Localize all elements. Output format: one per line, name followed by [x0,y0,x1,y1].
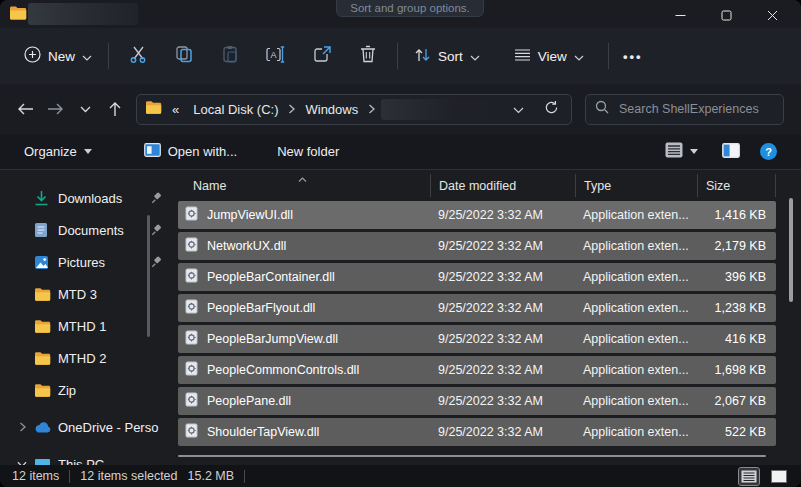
share-button[interactable] [299,39,345,73]
status-divider [244,470,245,483]
file-row[interactable]: NetworkUX.dll 9/25/2022 3:32 AM Applicat… [178,232,776,260]
search-box[interactable] [585,94,784,125]
title-bar: Sort and group options. [0,0,801,28]
dll-file-icon [185,392,198,410]
redacted-window-title [28,3,138,25]
view-button[interactable]: View [504,41,594,72]
address-dropdown-chevron[interactable] [513,100,524,118]
breadcrumb-local-disk[interactable]: Local Disk (C:) [189,100,282,119]
sidebar-item-mthd1[interactable]: MTHD 1 [0,310,170,342]
file-row[interactable]: PeopleCommonControls.dll 9/25/2022 3:32 … [178,356,776,384]
chevron-right-icon[interactable] [368,100,375,118]
sidebar-item-onedrive[interactable]: OneDrive - Perso [0,411,170,443]
breadcrumb-collapsed-marker[interactable]: « [168,100,183,119]
ellipsis-icon: ••• [623,49,643,64]
column-header-type[interactable]: Type [575,174,697,197]
new-folder-button[interactable]: New folder [271,140,345,163]
preview-pane-button[interactable] [716,139,746,165]
open-with-button[interactable]: Open with... [138,139,243,164]
file-size: 1,238 KB [697,301,776,315]
cut-button[interactable] [115,39,161,73]
file-size: 1,698 KB [697,363,776,377]
refresh-icon[interactable] [544,100,559,119]
documents-icon [34,222,58,238]
file-row[interactable]: PeopleBarFlyout.dll 9/25/2022 3:32 AM Ap… [178,294,776,322]
selection-count: 12 items selected [80,469,177,483]
chevron-right-icon[interactable] [288,100,295,118]
horizontal-scrollbar[interactable] [178,455,766,457]
help-button[interactable]: ? [754,139,783,164]
dll-file-icon [185,361,198,379]
clipboard-icon [222,45,238,67]
file-row[interactable]: ShoulderTapView.dll 9/25/2022 3:32 AM Ap… [178,418,776,446]
file-date: 9/25/2022 3:32 AM [430,301,575,315]
thumbnail-view-toggle[interactable] [769,468,789,485]
open-with-label: Open with... [168,144,237,159]
file-size: 396 KB [697,270,776,284]
sidebar-item-pictures[interactable]: Pictures [0,246,170,278]
column-header-date-modified[interactable]: Date modified [430,174,575,197]
minimize-button[interactable] [660,4,700,26]
file-date: 9/25/2022 3:32 AM [430,208,575,222]
copy-button[interactable] [161,39,207,73]
breadcrumb-windows[interactable]: Windows [301,100,362,119]
search-input[interactable] [617,101,771,117]
paste-button[interactable] [207,39,253,73]
folder-icon [145,100,162,119]
dll-file-icon [185,299,198,317]
column-headers: Name Date modified Type Size [178,174,776,197]
file-type: Application exten... [575,332,697,346]
dropdown-triangle-icon [690,149,698,154]
search-icon [595,100,609,118]
status-bar: 12 items 12 items selected 15.2 MB [0,465,801,487]
file-name: JumpViewUI.dll [207,208,293,222]
file-row[interactable]: PeopleBarContainer.dll 9/25/2022 3:32 AM… [178,263,776,291]
file-date: 9/25/2022 3:32 AM [430,270,575,284]
dll-file-icon [185,237,198,255]
details-list-icon [665,142,683,161]
file-list-pane: Name Date modified Type Size JumpView [170,170,801,465]
sidebar-scrollbar[interactable] [147,215,150,337]
toolbar-divider [397,43,398,69]
file-row[interactable]: PeopleBarJumpView.dll 9/25/2022 3:32 AM … [178,325,776,353]
column-header-name[interactable]: Name [178,174,430,197]
forward-button[interactable] [40,94,70,124]
organize-label: Organize [24,144,77,159]
main-content: Downloads Documents [0,170,801,465]
pin-icon [144,192,170,204]
file-name: PeopleBarJumpView.dll [207,332,338,346]
sidebar-item-mthd2[interactable]: MTHD 2 [0,342,170,374]
status-divider [69,470,70,483]
recent-locations-chevron[interactable] [70,94,100,124]
view-lines-icon [514,48,531,65]
sort-button-label: Sort [438,49,463,64]
sort-button[interactable]: Sort [404,40,490,73]
file-name: NetworkUX.dll [207,239,286,253]
toolbar-divider [608,43,609,69]
address-bar[interactable]: « Local Disk (C:) Windows [136,94,572,125]
file-row[interactable]: PeoplePane.dll 9/25/2022 3:32 AM Applica… [178,387,776,415]
file-row[interactable]: JumpViewUI.dll 9/25/2022 3:32 AM Applica… [178,201,776,229]
back-button[interactable] [10,94,40,124]
sidebar-item-documents[interactable]: Documents [0,214,170,246]
sidebar-item-downloads[interactable]: Downloads [0,182,170,214]
redacted-breadcrumb-folder [381,99,489,120]
sidebar-item-zip[interactable]: Zip [0,374,170,406]
delete-button[interactable] [345,39,391,73]
more-options-button[interactable]: ••• [615,39,651,73]
organize-button[interactable]: Organize [18,140,98,163]
maximize-button[interactable] [706,4,746,26]
change-view-button[interactable] [659,138,704,165]
folder-icon [34,319,58,334]
chevron-right-icon[interactable] [10,422,34,432]
details-view-toggle[interactable] [739,468,759,485]
close-button[interactable] [752,4,792,26]
new-button[interactable]: New [14,39,102,73]
sidebar-item-mtd3[interactable]: MTD 3 [0,278,170,310]
vertical-scrollbar[interactable] [789,198,793,302]
rename-button[interactable]: A [253,39,299,73]
file-type: Application exten... [575,301,697,315]
up-button[interactable] [100,94,130,124]
column-header-size[interactable]: Size [697,174,776,197]
folder-icon [9,5,27,25]
